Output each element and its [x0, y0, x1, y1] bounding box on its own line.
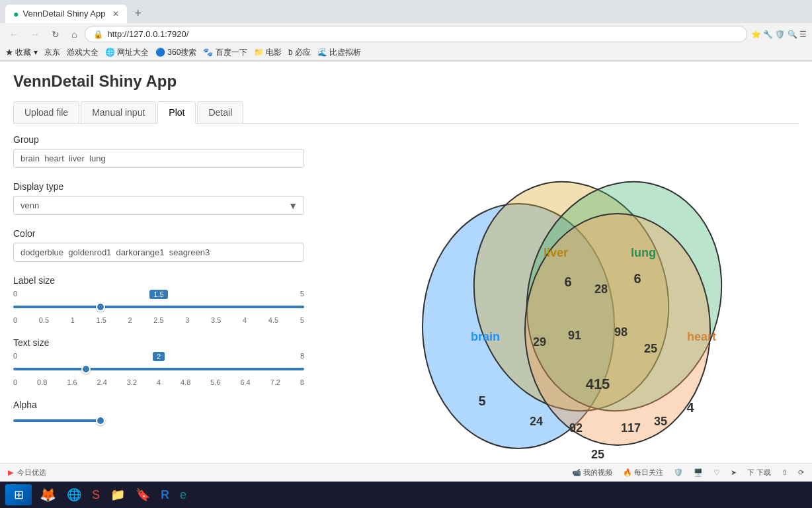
- lung-label: lung: [631, 246, 656, 259]
- brain-liver-lung-count: 91: [568, 329, 581, 342]
- tab-favicon: ●: [13, 9, 19, 19]
- label-size-thumb[interactable]: [96, 302, 105, 312]
- refresh-button[interactable]: ↻: [48, 26, 63, 42]
- label-size-track-fill: [13, 306, 304, 308]
- label-size-slider-container: 0 1.5 5 0 0.5 1 1.5 2 2.5: [13, 290, 304, 324]
- back-button[interactable]: ←: [5, 26, 22, 42]
- taskbar: ⊞ 🦊 🌐 S 📁 🔖 R e: [0, 482, 812, 482]
- venn-diagram-svg: brain liver lung heart 5 29 6 28 6 25 4: [373, 141, 743, 472]
- alpha-track-fill: [13, 419, 101, 422]
- app-title: VennDetail Shiny App: [13, 72, 799, 91]
- status-send-icon: ➤: [731, 468, 737, 477]
- tab-nav: Upload file Manual input Plot Detail: [13, 101, 799, 124]
- text-size-slider-labels: 0 2 8: [13, 352, 304, 361]
- label-size-control: Label size 0 1.5 5 0 0.5 1: [13, 275, 304, 324]
- bookmark-virtual[interactable]: 🌊 比虚拟析: [317, 47, 361, 58]
- left-panel: Group Display type venn upset ▼ Color: [13, 134, 304, 472]
- bookmark-games[interactable]: 游戏大全: [67, 47, 99, 58]
- brain-heart-count: 24: [530, 415, 543, 428]
- status-refresh-icon: ⟳: [798, 468, 804, 477]
- liver-label: liver: [544, 246, 568, 259]
- lung-heart-brain-count: 117: [621, 421, 641, 435]
- status-left-text[interactable]: 今日优选: [17, 468, 46, 478]
- label-size-min: 0: [13, 290, 17, 299]
- group-control: Group: [13, 134, 304, 168]
- label-size-ticks: 0 0.5 1 1.5 2 2.5 3 3.5 4 4.5 5: [13, 316, 304, 324]
- status-share-icon: ⇧: [782, 468, 788, 477]
- tab-upload[interactable]: Upload file: [13, 101, 79, 123]
- heart-brain-count: 35: [654, 415, 667, 428]
- bottom-count: 25: [591, 448, 604, 461]
- brain-only-count: 5: [478, 394, 485, 408]
- alpha-thumb[interactable]: [96, 416, 105, 425]
- forward-button[interactable]: →: [26, 26, 44, 42]
- tab-manual[interactable]: Manual input: [81, 101, 156, 123]
- status-download-text: 下 下载: [747, 468, 771, 478]
- color-label: Color: [13, 228, 304, 239]
- display-type-control: Display type venn upset ▼: [13, 181, 304, 215]
- url-bar[interactable]: 🔒 http://127.0.0.1:7920/: [85, 26, 747, 42]
- text-size-track-fill: [13, 368, 304, 370]
- tab-bar: ● VennDetail Shiny App ✕ +: [0, 0, 812, 23]
- display-type-label: Display type: [13, 181, 304, 192]
- bookmark-bing[interactable]: b 必应: [288, 47, 311, 58]
- text-size-max: 8: [300, 352, 304, 361]
- label-size-label: Label size: [13, 275, 304, 286]
- status-screen-icon: 🖥️: [694, 468, 703, 477]
- url-text: http://127.0.0.1:7920/: [107, 29, 188, 39]
- group-input[interactable]: [13, 149, 304, 168]
- liver-only-count: 6: [564, 275, 571, 289]
- main-content: Group Display type venn upset ▼ Color: [13, 134, 799, 472]
- tab-plot[interactable]: Plot: [157, 101, 196, 124]
- brain-liver-count: 29: [533, 335, 546, 349]
- browser-tab[interactable]: ● VennDetail Shiny App ✕: [5, 5, 127, 23]
- brain-liver-heart-count: 92: [569, 421, 583, 435]
- app-container: VennDetail Shiny App Upload file Manual …: [0, 62, 812, 482]
- status-left: ▶ 今日优选: [8, 468, 46, 478]
- home-button[interactable]: ⌂: [67, 26, 81, 42]
- bookmark-movies[interactable]: 📁 电影: [254, 47, 282, 58]
- bookmark-baidu[interactable]: 🐾 百度一下: [203, 47, 247, 58]
- status-play-icon: ▶: [8, 468, 13, 477]
- bookmark-favorites[interactable]: ★ 收藏 ▾: [5, 47, 38, 58]
- alpha-label: Alpha: [13, 400, 304, 410]
- status-daily-section[interactable]: 🔥 每日关注: [623, 468, 663, 478]
- extensions-area: ⭐ 🔧 🛡️ 🔍 ☰: [751, 30, 807, 39]
- address-bar: ← → ↻ ⌂ 🔒 http://127.0.0.1:7920/ ⭐ 🔧 🛡️ …: [0, 23, 812, 45]
- alpha-control: Alpha: [13, 400, 304, 427]
- liver-lung-count: 28: [594, 282, 608, 296]
- label-size-slider-track[interactable]: [13, 300, 304, 314]
- display-type-select-wrapper: venn upset ▼: [13, 196, 304, 215]
- bookmark-360[interactable]: 🔵 360搜索: [155, 47, 196, 58]
- tab-detail[interactable]: Detail: [197, 101, 243, 123]
- venn-diagram-area: brain liver lung heart 5 29 6 28 6 25 4: [317, 134, 799, 472]
- status-heart-icon: ♡: [713, 468, 720, 477]
- color-input[interactable]: [13, 243, 304, 262]
- lung-only-count: 6: [633, 271, 641, 286]
- status-bar: ▶ 今日优选 📹 我的视频 🔥 每日关注 🛡️ 🖥️ ♡ ➤ 下 下载 ⇧ ⟳: [0, 463, 812, 482]
- alpha-slider-track[interactable]: [13, 414, 304, 427]
- status-shield-icon: 🛡️: [674, 468, 683, 477]
- bookmark-jd[interactable]: 京东: [44, 47, 60, 58]
- tab-close-button[interactable]: ✕: [112, 9, 119, 19]
- label-size-value-badge: 1.5: [149, 290, 167, 299]
- four-way-count: 415: [586, 376, 610, 392]
- text-size-slider-container: 0 2 8 0 0.8 1.6 2.4 3.2 4: [13, 352, 304, 386]
- lung-heart-count: 25: [644, 342, 657, 355]
- heart-only-count: 4: [686, 400, 694, 415]
- status-video-section[interactable]: 📹 我的视频: [572, 468, 612, 478]
- display-type-select[interactable]: venn upset: [13, 196, 304, 215]
- text-size-min: 0: [13, 352, 17, 361]
- text-size-control: Text size 0 2 8 0 0.8 1.6: [13, 337, 304, 386]
- liver-lung-heart-count: 98: [614, 325, 628, 339]
- text-size-thumb[interactable]: [81, 364, 91, 374]
- status-right: 📹 我的视频 🔥 每日关注 🛡️ 🖥️ ♡ ➤ 下 下载 ⇧ ⟳: [572, 468, 804, 478]
- new-tab-button[interactable]: +: [130, 4, 147, 23]
- text-size-value-badge: 2: [153, 352, 165, 361]
- text-size-slider-track[interactable]: [13, 362, 304, 376]
- bookmark-sites[interactable]: 🌐 网址大全: [105, 47, 149, 58]
- color-control: Color: [13, 228, 304, 262]
- text-size-ticks: 0 0.8 1.6 2.4 3.2 4 4.8 5.6 6.4 7.2 8: [13, 378, 304, 386]
- label-size-max: 5: [300, 290, 304, 299]
- brain-label: brain: [471, 330, 500, 343]
